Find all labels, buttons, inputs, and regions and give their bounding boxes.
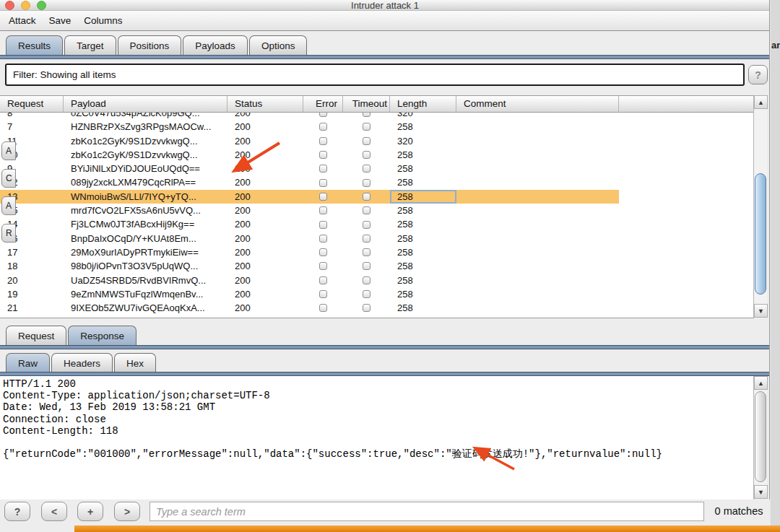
error-checkbox[interactable] [319,165,327,173]
scroll-down-icon[interactable]: ▼ [754,485,768,499]
error-checkbox[interactable] [319,179,327,187]
error-checkbox[interactable] [319,206,327,214]
search-input[interactable] [150,502,704,521]
table-row[interactable]: 80ZC0V47d534pAZicK0p9GQ...200320 [0,113,619,120]
table-row[interactable]: 15mrd7fCvO2LFX5sA6nU5vVQ...200258 [0,204,619,217]
error-checkbox[interactable] [319,235,327,243]
timeout-checkbox[interactable] [363,193,370,201]
scroll-down-icon[interactable]: ▼ [754,304,768,318]
error-checkbox[interactable] [319,221,327,229]
tab-hex[interactable]: Hex [114,353,156,372]
timeout-checkbox[interactable] [363,179,370,187]
search-next-button[interactable]: > [114,502,140,521]
error-checkbox[interactable] [319,276,327,284]
tab-raw[interactable]: Raw [6,353,50,372]
payload-value: BYiJiNlLxDYiDJOUEoUQdQ== [64,162,228,175]
request-number: 18 [0,259,64,273]
error-checkbox[interactable] [319,151,327,159]
error-checkbox[interactable] [319,304,327,312]
timeout-cell [343,232,390,245]
table-row[interactable]: 16BnpDaIxOCqD/Y+KUAt8Em...200258 [0,232,619,245]
comment-value [456,232,619,245]
column-header-timeout[interactable]: Timeout [343,96,390,112]
timeout-checkbox[interactable] [363,137,370,145]
timeout-checkbox[interactable] [363,151,370,159]
table-row[interactable]: 12089jy2xckLXM479CqcRlPA==200258 [0,175,619,189]
background-add-button-fragment[interactable]: A [1,141,16,160]
error-checkbox[interactable] [319,262,327,270]
status-code: 200 [228,175,303,189]
tab-headers[interactable]: Headers [51,353,113,372]
error-checkbox[interactable] [319,290,327,298]
table-row[interactable]: 10zbKo1c2GyK/9S1DzvvkwgQ...200258 [0,148,619,162]
error-checkbox[interactable] [319,193,327,201]
column-header-status[interactable]: Status [228,96,303,112]
view-tab-bar: Raw Headers Hex [0,353,769,372]
table-row[interactable]: 1898b0j/iOPvnT3O3V5pUqWQ...200258 [0,259,619,273]
timeout-checkbox[interactable] [363,248,370,256]
status-code: 200 [228,274,303,287]
tab-options[interactable]: Options [249,35,308,55]
menu-attack[interactable]: Attack [9,15,36,26]
table-row[interactable]: 14Fj3LCMw0JT3fABcxHij9Kg==200258 [0,217,619,231]
timeout-checkbox[interactable] [363,290,370,298]
column-header-length[interactable]: Length [390,96,456,112]
column-header-error[interactable]: Error [303,96,343,112]
column-header-comment[interactable]: Comment [456,96,619,112]
error-checkbox[interactable] [319,113,327,117]
background-clear-button-fragment[interactable]: C [1,169,16,188]
table-row[interactable]: 11zbKo1c2GyK/9S1DzvvkwgQ...200320 [0,134,619,148]
results-table: Request Payload Status Error Timeout Len… [0,95,753,318]
table-scrollbar-thumb[interactable] [755,173,766,295]
column-header-request[interactable]: Request [0,96,64,112]
error-checkbox[interactable] [319,123,327,131]
table-row[interactable]: 7HZNBRzPXsZvg3RPgsMAOCw...200258 [0,120,619,134]
payload-value: HZNBRzPXsZvg3RPgsMAOCw... [64,120,228,134]
tab-target[interactable]: Target [64,35,116,55]
error-checkbox[interactable] [319,248,327,256]
tab-payloads[interactable]: Payloads [183,35,248,55]
column-header-payload[interactable]: Payload [64,96,228,112]
table-row[interactable]: 13WNmoiuBwS/LLl/7IYQ+yTQ...200258 [0,190,619,204]
timeout-cell [343,301,390,315]
response-scrollbar-thumb[interactable] [755,391,766,482]
timeout-checkbox[interactable] [363,113,370,117]
tab-request[interactable]: Request [6,326,66,345]
tab-positions[interactable]: Positions [118,35,182,55]
response-viewer[interactable]: HTTP/1.1 200 Content-Type: application/j… [0,376,753,500]
timeout-checkbox[interactable] [363,221,370,229]
help-button[interactable]: ? [748,65,768,84]
table-row[interactable]: 20UaDZ54SRBD5/RvdBVIRmvQ...200258 [0,274,619,287]
search-help-button[interactable]: ? [4,502,30,521]
error-checkbox[interactable] [319,137,327,145]
table-row[interactable]: 1729MoX9urIADyPRTmykiEiw==200258 [0,245,619,259]
menu-save[interactable]: Save [49,15,72,26]
table-row[interactable]: 9BYiJiNlLxDYiDJOUEoUQdQ==200258 [0,162,619,175]
search-previous-button[interactable]: < [41,502,67,521]
menu-columns[interactable]: Columns [84,15,122,26]
status-code: 200 [228,148,303,162]
timeout-checkbox[interactable] [363,165,370,173]
timeout-checkbox[interactable] [363,235,370,243]
timeout-checkbox[interactable] [363,304,370,312]
timeout-checkbox[interactable] [363,206,370,214]
background-window-text-fragment: ar [771,40,780,51]
timeout-checkbox[interactable] [363,123,370,131]
filter-bar[interactable]: Filter: Showing all items [5,64,745,86]
background-auto-button-fragment[interactable]: A [1,196,16,215]
table-row[interactable]: 219IXEOb5ZWU7ivGQEAoqKxA...200258 [0,301,619,315]
payload-value: 9IXEOb5ZWU7ivGQEAoqKxA... [64,301,228,315]
table-scrollbar[interactable]: ▲ ▼ [753,95,767,318]
scroll-up-icon[interactable]: ▲ [754,95,768,109]
tab-response[interactable]: Response [68,326,136,345]
tab-results[interactable]: Results [6,35,63,55]
table-row[interactable]: 199eZmNMWSTuFqzlWmqenBv...200258 [0,287,619,301]
search-add-button[interactable]: + [77,502,103,521]
status-code: 200 [228,204,303,217]
background-refresh-button-fragment[interactable]: R [1,224,16,243]
scroll-up-icon[interactable]: ▲ [754,376,768,390]
comment-value [456,162,619,175]
response-scrollbar[interactable]: ▲ ▼ [753,376,767,500]
timeout-checkbox[interactable] [363,276,370,284]
timeout-checkbox[interactable] [363,262,370,270]
